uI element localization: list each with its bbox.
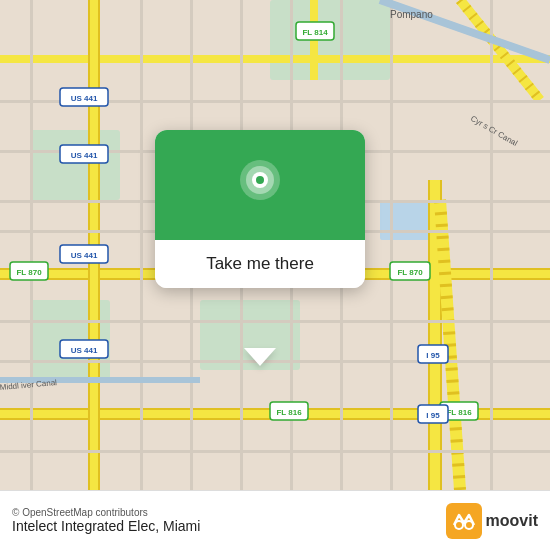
svg-text:US 441: US 441 [71, 346, 98, 355]
popup-green-area [155, 130, 365, 240]
location-pin-icon [233, 158, 287, 212]
svg-text:Pompano: Pompano [390, 9, 433, 20]
svg-text:US 441: US 441 [71, 151, 98, 160]
svg-rect-31 [30, 0, 33, 490]
svg-rect-12 [0, 55, 550, 63]
map-container: US 441 US 441 US 441 US 441 FL 814 FL 87… [0, 0, 550, 490]
svg-text:FL 814: FL 814 [302, 28, 328, 37]
svg-text:I 95: I 95 [426, 351, 440, 360]
svg-point-88 [466, 522, 472, 528]
svg-rect-32 [140, 0, 143, 490]
moovit-text: moovit [486, 512, 538, 530]
svg-text:FL 816: FL 816 [276, 408, 302, 417]
moovit-icon [446, 503, 482, 539]
svg-text:US 441: US 441 [71, 94, 98, 103]
moovit-logo: moovit [446, 503, 538, 539]
svg-rect-38 [490, 0, 493, 490]
svg-rect-37 [390, 0, 393, 490]
svg-rect-2 [30, 130, 120, 200]
svg-rect-28 [0, 320, 550, 323]
svg-rect-17 [428, 180, 430, 490]
popup-triangle [244, 348, 276, 366]
svg-point-87 [456, 522, 462, 528]
bottom-bar: © OpenStreetMap contributors Intelect In… [0, 490, 550, 550]
take-me-there-button[interactable]: Take me there [155, 240, 365, 288]
svg-rect-30 [0, 450, 550, 453]
attribution-text: © OpenStreetMap contributors [12, 507, 200, 518]
svg-point-83 [256, 176, 264, 184]
svg-text:US 441: US 441 [71, 251, 98, 260]
bottom-left: © OpenStreetMap contributors Intelect In… [12, 507, 200, 534]
popup-card: Take me there [155, 130, 365, 288]
svg-text:FL 816: FL 816 [446, 408, 472, 417]
svg-text:FL 870: FL 870 [397, 268, 423, 277]
svg-text:FL 870: FL 870 [16, 268, 42, 277]
svg-text:I 95: I 95 [426, 411, 440, 420]
location-name: Intelect Integrated Elec, Miami [12, 518, 200, 534]
